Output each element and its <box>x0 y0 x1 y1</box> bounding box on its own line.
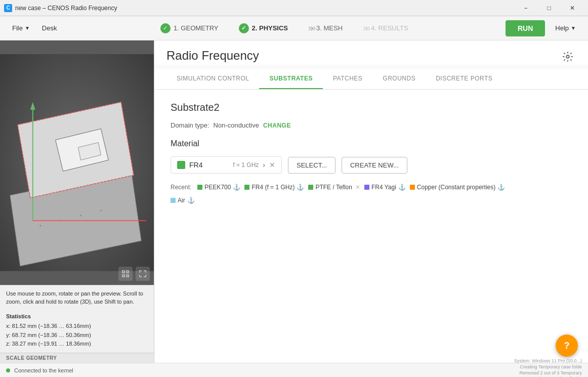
z-stat: z: 38.27 mm (−19.91 … 18.36mm) <box>6 340 148 349</box>
recent-chip-fr4[interactable]: FR4 (f = 1 GHz) ⚓ <box>244 184 304 191</box>
tab-patches[interactable]: PATCHES <box>323 69 372 89</box>
settings-button[interactable] <box>560 49 576 65</box>
mesh-label: 3. MESH <box>316 24 343 32</box>
right-panel: Radio Frequency SIMULATION CONTROL SUBST… <box>154 40 588 363</box>
recent-chip-copper[interactable]: Copper (Constant properties) ⚓ <box>410 184 505 191</box>
recent-chip-fr4yagi[interactable]: FR4 Yagi ⚓ <box>364 184 406 191</box>
ptfe-name: PTFE / Teflon <box>315 184 352 191</box>
material-section-title: Material <box>171 139 572 148</box>
viewport-hint: Use mouse to zoom, rotate or pan the pre… <box>0 285 154 310</box>
create-new-button[interactable]: CREATE NEW... <box>342 157 407 174</box>
copper-color <box>410 185 415 190</box>
material-color-swatch <box>177 161 185 169</box>
peek700-color <box>197 185 202 190</box>
viewport[interactable] <box>0 40 154 285</box>
fr4yagi-pin-icon[interactable]: ⚓ <box>398 184 406 191</box>
svg-point-10 <box>60 220 61 221</box>
close-button[interactable]: ✕ <box>561 0 584 16</box>
svg-rect-16 <box>127 275 129 277</box>
run-button[interactable]: RUN <box>506 20 545 36</box>
results-label: 4. RESULTS <box>371 24 408 32</box>
left-panel: Use mouse to zoom, rotate or pan the pre… <box>0 40 154 363</box>
focus-button[interactable] <box>118 267 133 281</box>
help-fab-button[interactable]: ? <box>556 334 578 357</box>
fr4yagi-color <box>364 185 369 190</box>
right-header: Radio Frequency <box>154 40 588 65</box>
geometry-check-icon: ✓ <box>160 23 171 33</box>
statistics-panel: Statistics x: 81.52 mm (−18.36 … 63.16mm… <box>0 310 154 353</box>
svg-rect-13 <box>122 271 124 273</box>
material-name: FR4 <box>189 161 229 169</box>
recent-label: Recent: <box>171 184 191 191</box>
copper-pin-icon[interactable]: ⚓ <box>497 184 505 191</box>
hint-text: Use mouse to zoom, rotate or pan the pre… <box>6 290 143 305</box>
select-button[interactable]: SELECT... <box>288 157 335 174</box>
recent-chip-air[interactable]: Air <box>171 197 185 204</box>
change-button[interactable]: CHANGE <box>263 122 291 129</box>
pipeline-step-physics[interactable]: ✓ 2. PHYSICS <box>229 20 299 36</box>
recent-chip-ptfe[interactable]: PTFE / Teflon ✕ <box>308 184 360 191</box>
maximize-button[interactable]: □ <box>537 0 561 16</box>
physics-check-icon: ✓ <box>239 23 249 33</box>
pipeline-step-results[interactable]: »» 4. RESULTS <box>353 20 418 36</box>
file-menu[interactable]: File ▼ <box>6 20 36 36</box>
status-text: Connected to the kernel <box>14 367 73 373</box>
app-icon: C <box>4 4 12 12</box>
material-row: FR4 f = 1 GHz › ✕ SELECT... CREATE NEW..… <box>171 156 572 174</box>
system-info-text: System: Windows 11 Pro (10.0...) Creatin… <box>514 358 582 377</box>
scale-geometry: SCALE GEOMETRY <box>0 353 154 363</box>
menu-bar: File ▼ Desk ✓ 1. GEOMETRY ✓ 2. PHYSICS »… <box>0 16 588 40</box>
material-chip[interactable]: FR4 f = 1 GHz › ✕ <box>171 156 282 174</box>
material-freq: f = 1 GHz <box>233 161 259 169</box>
material-remove-icon[interactable]: ✕ <box>269 161 275 169</box>
air-color <box>171 198 176 203</box>
recent-materials-row: Recent: PEEK700 ⚓ FR4 (f = 1 GHz) ⚓ PTFE… <box>171 184 572 204</box>
tab-substrates[interactable]: SUBSTRATES <box>259 69 322 89</box>
svg-point-17 <box>566 55 569 58</box>
status-bar: Connected to the kernel System: Windows … <box>0 363 588 377</box>
pipeline: ✓ 1. GEOMETRY ✓ 2. PHYSICS »» 3. MESH »»… <box>63 20 506 36</box>
domain-type-label: Domain type: <box>171 121 209 129</box>
window-title: new case – CENOS Radio Frequency <box>15 5 514 12</box>
page-title: Radio Frequency <box>166 49 259 63</box>
material-expand-icon[interactable]: › <box>263 161 265 169</box>
recent-chip-peek700[interactable]: PEEK700 ⚓ <box>197 184 240 191</box>
main-content: Use mouse to zoom, rotate or pan the pre… <box>0 40 588 363</box>
peek700-pin-icon[interactable]: ⚓ <box>233 184 240 191</box>
pipeline-step-geometry[interactable]: ✓ 1. GEOMETRY <box>150 20 229 36</box>
window-controls: − □ ✕ <box>514 0 584 16</box>
fr4yagi-name: FR4 Yagi <box>371 184 396 191</box>
desk-label: Desk <box>42 24 57 32</box>
file-label: File <box>12 24 23 32</box>
help-chevron-icon: ▼ <box>571 25 576 31</box>
scale-label: SCALE GEOMETRY <box>6 355 57 361</box>
copper-name: Copper (Constant properties) <box>417 184 495 191</box>
help-menu[interactable]: Help ▼ <box>549 20 582 36</box>
minimize-button[interactable]: − <box>514 0 537 16</box>
fr4-color <box>244 185 249 190</box>
statistics-label: Statistics <box>6 312 148 321</box>
mesh-arrows-icon: »» <box>308 23 313 33</box>
y-stat: y: 68.72 mm (−18.36 … 50.36mm) <box>6 331 148 340</box>
ptfe-remove-icon[interactable]: ✕ <box>355 184 360 191</box>
svg-point-9 <box>39 225 41 226</box>
help-fab-icon: ? <box>564 341 570 351</box>
air-name: Air <box>178 197 185 204</box>
domain-type-row: Domain type: Non-conductive CHANGE <box>171 121 572 129</box>
fullscreen-button[interactable] <box>136 267 150 281</box>
tab-content: Substrate2 Domain type: Non-conductive C… <box>154 90 588 363</box>
tab-grounds[interactable]: GROUNDS <box>372 69 426 89</box>
pipeline-step-mesh[interactable]: »» 3. MESH <box>298 20 353 36</box>
air-pin-icon[interactable]: ⚓ <box>187 197 195 204</box>
peek700-name: PEEK700 <box>204 184 231 191</box>
desk-menu[interactable]: Desk <box>36 20 63 36</box>
fr4-pin-icon[interactable]: ⚓ <box>297 184 304 191</box>
svg-rect-14 <box>127 271 129 273</box>
file-chevron-icon: ▼ <box>25 25 30 31</box>
fr4-name: FR4 (f = 1 GHz) <box>251 184 295 191</box>
x-stat: x: 81.52 mm (−18.36 … 63.16mm) <box>6 322 148 331</box>
svg-rect-15 <box>122 275 124 277</box>
tab-simulation[interactable]: SIMULATION CONTROL <box>166 69 259 89</box>
domain-type-value: Non-conductive <box>214 121 259 129</box>
tab-discrete-ports[interactable]: DISCRETE PORTS <box>426 69 502 89</box>
